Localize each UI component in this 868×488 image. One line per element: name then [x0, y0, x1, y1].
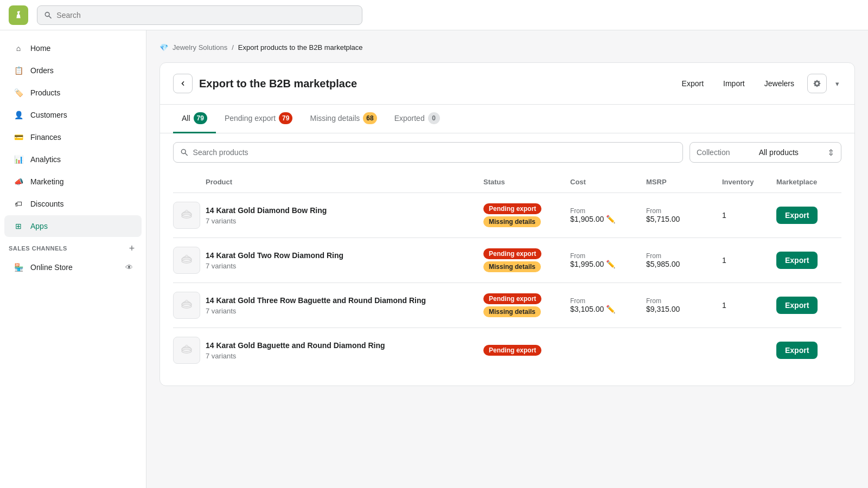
dropdown-chevron-button[interactable]: ▾	[833, 78, 841, 90]
page-header-right: Export Import Jewelers ▾	[675, 74, 841, 93]
tab-badge-missing: 68	[363, 112, 376, 124]
marketplace-cell: Export	[776, 342, 841, 359]
collection-select[interactable]: Collection All products ⇕	[690, 142, 841, 163]
sidebar-label-products: Products	[30, 88, 60, 97]
page-card: Export to the B2B marketplace Export Imp…	[159, 62, 855, 386]
import-button[interactable]: Import	[717, 75, 751, 92]
export-button[interactable]: Export	[675, 75, 710, 92]
status-badges: Pending exportMissing details	[483, 203, 570, 227]
tab-label-exported: Exported	[394, 114, 425, 123]
msrp-value: $5,715.00	[646, 215, 722, 223]
product-thumbnail	[173, 202, 206, 229]
svg-point-2	[186, 210, 188, 213]
inventory-count: 1	[722, 211, 726, 220]
sales-channels-section: SALES CHANNELS +	[0, 237, 146, 256]
cost-from-label: From	[570, 252, 646, 260]
row-export-button[interactable]: Export	[776, 297, 818, 314]
tab-pending[interactable]: Pending export 79	[216, 105, 302, 133]
table-row: 14 Karat Gold Diamond Bow Ring 7 variant…	[173, 193, 841, 238]
settings-button[interactable]	[807, 74, 827, 93]
edit-cost-icon[interactable]: ✏️	[606, 215, 615, 223]
analytics-icon: 📊	[13, 154, 24, 165]
col-marketplace: Marketplace	[776, 178, 841, 186]
sidebar-item-finances[interactable]: 💳 Finances	[4, 126, 142, 148]
product-thumbnail	[173, 247, 206, 274]
sidebar-item-analytics[interactable]: 📊 Analytics	[4, 149, 142, 170]
col-product: Product	[206, 178, 483, 186]
table-row: 14 Karat Gold Two Row Diamond Ring 7 var…	[173, 238, 841, 283]
tab-all[interactable]: All 79	[173, 105, 216, 133]
sidebar-label-home: Home	[30, 44, 50, 53]
cost-cell: From $1,995.00 ✏️	[570, 252, 646, 268]
finances-icon: 💳	[13, 132, 24, 143]
status-badge: Missing details	[483, 216, 541, 227]
product-variants: 7 variants	[206, 307, 483, 315]
discounts-icon: 🏷	[13, 198, 24, 209]
product-search-icon	[180, 148, 189, 157]
breadcrumb: 💎 Jewelry Solutions / Export products to…	[159, 43, 855, 52]
row-export-button[interactable]: Export	[776, 252, 818, 269]
sidebar-item-marketing[interactable]: 📣 Marketing	[4, 171, 142, 192]
tab-badge-exported: 0	[428, 112, 440, 124]
page-header: Export to the B2B marketplace Export Imp…	[160, 63, 854, 105]
filters-row: Collection All products ⇕	[160, 133, 854, 171]
product-info: 14 Karat Gold Baguette and Round Diamond…	[206, 341, 483, 361]
topbar	[0, 0, 868, 30]
global-search-input[interactable]	[56, 11, 355, 20]
jewelers-button[interactable]: Jewelers	[758, 75, 801, 92]
customers-icon: 👤	[13, 110, 24, 120]
collection-value: All products	[759, 148, 799, 157]
product-info: 14 Karat Gold Two Row Diamond Ring 7 var…	[206, 251, 483, 271]
tab-badge-pending: 79	[279, 112, 292, 124]
sidebar-item-products[interactable]: 🏷️ Products	[4, 82, 142, 104]
sidebar-item-orders[interactable]: 📋 Orders	[4, 60, 142, 81]
inventory-count: 1	[722, 301, 726, 310]
sidebar-item-apps[interactable]: ⊞ Apps	[4, 215, 142, 237]
svg-point-8	[186, 300, 188, 303]
sidebar-item-discounts[interactable]: 🏷 Discounts	[4, 193, 142, 215]
marketing-icon: 📣	[13, 176, 24, 187]
sidebar-label-apps: Apps	[30, 222, 48, 230]
edit-cost-icon[interactable]: ✏️	[606, 260, 615, 268]
sales-channels-label: SALES CHANNELS	[9, 245, 67, 252]
tab-badge-all: 79	[194, 112, 207, 124]
msrp-value: $9,315.00	[646, 305, 722, 313]
product-info: 14 Karat Gold Three Row Baguette and Rou…	[206, 296, 483, 316]
sales-channel-label-online-store: Online Store	[30, 263, 73, 272]
sidebar-label-finances: Finances	[30, 133, 61, 142]
product-thumbnail	[173, 337, 206, 364]
add-sales-channel-button[interactable]: +	[126, 243, 137, 254]
msrp-from-label: From	[646, 207, 722, 215]
product-search-wrap[interactable]	[173, 142, 683, 163]
gem-icon: 💎	[159, 43, 168, 52]
store-icon: 🏪	[13, 262, 24, 273]
back-button[interactable]	[173, 74, 193, 93]
product-name: 14 Karat Gold Baguette and Round Diamond…	[206, 341, 483, 351]
row-export-button[interactable]: Export	[776, 342, 818, 359]
cost-cell: From $1,905.00 ✏️	[570, 207, 646, 223]
sidebar-item-customers[interactable]: 👤 Customers	[4, 104, 142, 126]
ring-placeholder-icon	[178, 297, 195, 313]
cost-cell: From $3,105.00 ✏️	[570, 297, 646, 313]
table-header: Product Status Cost MSRP Inventory Marke…	[173, 171, 841, 193]
breadcrumb-store-link[interactable]: Jewelry Solutions	[173, 43, 227, 52]
status-badges: Pending exportMissing details	[483, 248, 570, 272]
cost-from-label: From	[570, 297, 646, 305]
status-badge: Pending export	[483, 345, 541, 356]
row-export-button[interactable]: Export	[776, 207, 818, 224]
col-msrp: MSRP	[646, 178, 722, 186]
global-search-bar[interactable]	[37, 5, 362, 25]
tab-exported[interactable]: Exported 0	[386, 105, 449, 133]
edit-cost-icon[interactable]: ✏️	[606, 305, 615, 313]
status-badge: Missing details	[483, 261, 541, 272]
sidebar-label-analytics: Analytics	[30, 155, 61, 164]
sidebar-item-home[interactable]: ⌂ Home	[4, 37, 142, 59]
product-search-input[interactable]	[193, 148, 676, 157]
status-badges: Pending export	[483, 345, 570, 356]
tab-missing[interactable]: Missing details 68	[301, 105, 385, 133]
sidebar-item-online-store[interactable]: 🏪 Online Store 👁	[4, 256, 142, 278]
marketplace-cell: Export	[776, 207, 841, 224]
ring-placeholder-icon	[178, 207, 195, 223]
back-arrow-icon	[178, 79, 187, 88]
table-row: 14 Karat Gold Three Row Baguette and Rou…	[173, 283, 841, 328]
